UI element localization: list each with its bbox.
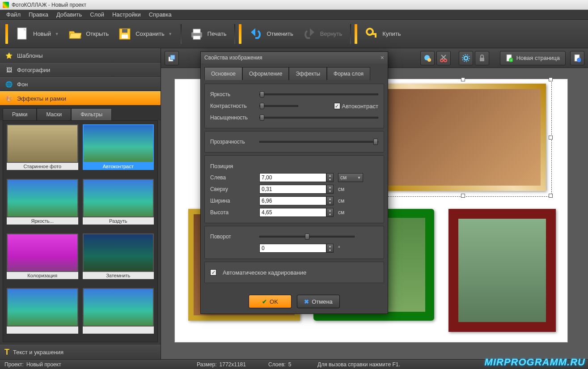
new-button[interactable]: Новый ▼ <box>11 23 63 45</box>
rotation-input[interactable] <box>259 244 326 253</box>
tab-filters[interactable]: Фильтры <box>71 108 112 120</box>
tab-masks[interactable]: Маски <box>37 108 71 120</box>
filter-thumb[interactable]: Колоризация <box>7 233 78 284</box>
redo-button[interactable]: Вернуть <box>298 23 347 45</box>
undo-icon <box>249 27 263 41</box>
buy-button[interactable]: Купить <box>360 23 405 45</box>
save-button[interactable]: Сохранить ▼ <box>113 23 177 45</box>
gear-icon[interactable] <box>459 51 473 65</box>
filter-thumb[interactable]: Затемнить <box>83 233 154 284</box>
menu-file[interactable]: Файл <box>3 10 24 19</box>
left-input[interactable] <box>259 173 326 182</box>
filter-thumb[interactable]: Старинное фото <box>7 124 78 174</box>
window-titlebar: ФотоКОЛЛАЖ - Новый проект <box>0 0 588 10</box>
palette-icon: 🎨 <box>4 94 13 103</box>
window-title: ФотоКОЛЛАЖ - Новый проект <box>12 2 86 8</box>
statusbar: Проект:Новый проект Размер:1772x1181 Сло… <box>0 359 588 369</box>
printer-icon <box>190 27 204 41</box>
open-button[interactable]: Открыть <box>63 23 113 45</box>
image-properties-dialog: Свойства изображения × Основное Оформлен… <box>200 51 388 314</box>
cut-icon[interactable] <box>436 51 451 65</box>
autocrop-checkbox[interactable]: ✓ <box>210 269 216 276</box>
menu-edit[interactable]: Правка <box>25 10 52 19</box>
saturation-slider[interactable] <box>259 117 378 119</box>
image-add-icon[interactable] <box>420 51 435 65</box>
main-toolbar: Новый ▼ Открыть Сохранить ▼ Печать Отмен… <box>0 20 588 48</box>
sidebar-item-text[interactable]: T Текст и украшения <box>0 345 161 359</box>
unit-select[interactable]: см▼ <box>338 173 363 182</box>
rotation-unit: ° <box>338 245 356 251</box>
svg-rect-7 <box>193 36 200 39</box>
print-button[interactable]: Печать <box>185 23 231 45</box>
rotation-slider[interactable] <box>259 236 355 238</box>
cancel-button[interactable]: ✖ Отмена <box>297 295 340 308</box>
menu-help[interactable]: Справка <box>145 10 175 19</box>
star-icon: ⭐ <box>4 51 13 60</box>
resize-handle[interactable] <box>549 136 553 140</box>
chevron-down-icon[interactable]: ▼ <box>55 32 59 36</box>
sidebar-item-templates[interactable]: ⭐ Шаблоны <box>0 48 161 63</box>
tab-effects[interactable]: Эффекты <box>289 67 327 80</box>
svg-rect-6 <box>193 29 200 33</box>
resize-handle[interactable] <box>549 194 553 198</box>
top-label: Сверху <box>210 186 255 192</box>
menu-settings[interactable]: Настройки <box>109 10 144 19</box>
rotation-label: Поворот <box>210 233 255 240</box>
menu-layer[interactable]: Слой <box>86 10 108 19</box>
toolbar-accent <box>5 24 8 44</box>
close-icon[interactable]: × <box>381 54 384 61</box>
autocontrast-checkbox[interactable]: ✓ <box>334 103 340 109</box>
effects-subtabs: Рамки Маски Фильтры <box>0 106 161 120</box>
tab-design[interactable]: Оформление <box>242 67 289 80</box>
lock-icon[interactable] <box>475 51 489 65</box>
toolbar-separator <box>234 24 235 44</box>
filter-thumb[interactable]: Раздуть <box>83 179 154 229</box>
filter-thumb[interactable]: Яркость... <box>7 179 78 229</box>
height-input[interactable] <box>259 208 326 217</box>
status-layers-label: Слоев: <box>268 361 286 368</box>
sidebar-item-background[interactable]: 🌐 Фон <box>0 77 161 91</box>
tab-main[interactable]: Основное <box>204 67 242 80</box>
filter-thumb[interactable] <box>7 288 78 338</box>
status-help: Для вызова справки нажмите F1. <box>317 361 400 368</box>
undo-button[interactable]: Отменить <box>244 23 297 45</box>
opacity-slider[interactable] <box>259 141 378 143</box>
menu-add[interactable]: Добавить <box>53 10 85 19</box>
spinner-buttons[interactable]: ▲▼ <box>326 244 334 253</box>
spinner-buttons[interactable]: ▲▼ <box>326 196 334 205</box>
contrast-slider[interactable] <box>259 105 298 107</box>
spinner-buttons[interactable]: ▲▼ <box>326 173 334 182</box>
tab-frames[interactable]: Рамки <box>3 108 37 120</box>
dialog-titlebar[interactable]: Свойства изображения × <box>201 52 388 64</box>
collage-frame[interactable] <box>448 209 556 332</box>
contrast-label: Контрастность <box>210 103 255 109</box>
page-settings-icon[interactable] <box>570 51 584 65</box>
top-input[interactable] <box>259 185 326 194</box>
photo-icon: 🖼 <box>4 65 13 74</box>
tab-shape[interactable]: Форма слоя <box>327 67 370 80</box>
rotate-handle[interactable] <box>461 135 466 140</box>
width-label: Ширина <box>210 198 255 204</box>
page-add-icon: + <box>506 54 513 62</box>
brightness-slider[interactable] <box>259 93 378 95</box>
filter-thumb[interactable] <box>83 288 154 338</box>
new-page-button[interactable]: + Новая страница <box>500 51 566 65</box>
resize-handle[interactable] <box>549 77 553 81</box>
toolbar-separator <box>350 24 351 44</box>
app-icon <box>3 2 9 8</box>
spinner-buttons[interactable]: ▲▼ <box>326 208 334 217</box>
spinner-buttons[interactable]: ▲▼ <box>326 185 334 194</box>
resize-handle[interactable] <box>461 77 465 81</box>
menubar: Файл Правка Добавить Слой Настройки Спра… <box>0 10 588 20</box>
svg-rect-14 <box>170 55 175 59</box>
selected-frame[interactable] <box>381 84 546 191</box>
filter-thumb[interactable]: Автоконтраст <box>83 124 154 174</box>
sidebar-item-effects[interactable]: 🎨 Эффекты и рамки <box>0 91 161 106</box>
chevron-down-icon[interactable]: ▼ <box>168 32 173 36</box>
resize-handle[interactable] <box>461 194 465 198</box>
layers-icon[interactable] <box>165 51 179 65</box>
ok-button[interactable]: ✔ OK <box>249 295 292 308</box>
sidebar-item-photos[interactable]: 🖼 Фотографии <box>0 63 161 77</box>
svg-text:+: + <box>510 58 512 62</box>
width-input[interactable] <box>259 196 326 205</box>
